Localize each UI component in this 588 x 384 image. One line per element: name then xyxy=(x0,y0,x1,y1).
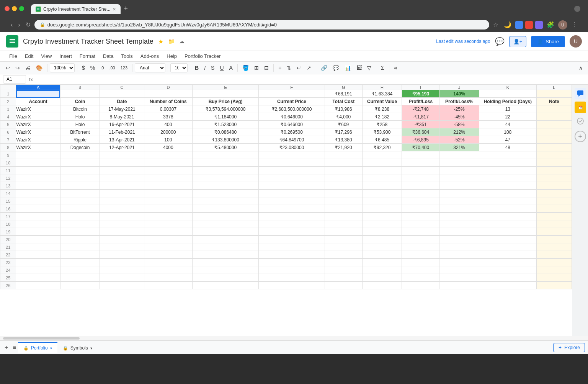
cell-l5[interactable] xyxy=(536,121,572,128)
decimal-decrease-button[interactable]: .0 xyxy=(98,64,106,72)
cell-e3[interactable]: ₹3,578,594.000000 xyxy=(193,105,259,113)
cell-l6[interactable] xyxy=(536,128,572,136)
sidebar-chat-icon[interactable] xyxy=(575,88,586,99)
insert-comment-button[interactable]: 💬 xyxy=(330,63,341,72)
maximize-button[interactable] xyxy=(19,6,24,11)
valign-button[interactable]: ⇅ xyxy=(284,63,294,72)
sheet-tab-symbols[interactable]: 🔒 Symbols ▾ xyxy=(57,342,98,353)
cell-g6[interactable]: ₹17,296 xyxy=(325,128,362,136)
cell-d3[interactable]: 0.00307 xyxy=(144,105,193,113)
align-button[interactable]: ≡ xyxy=(276,63,284,72)
cell-i2[interactable]: Profit/Loss xyxy=(402,98,439,105)
input-tools-button[interactable]: अ xyxy=(392,64,399,72)
percent-button[interactable]: % xyxy=(88,63,97,72)
cell-g2[interactable]: Total Cost xyxy=(325,98,362,105)
cell-f7[interactable]: ₹64.849700 xyxy=(259,136,325,144)
extensions-button[interactable]: 🧩 xyxy=(545,20,556,30)
menu-help[interactable]: Help xyxy=(163,52,180,61)
cell-e8[interactable]: ₹5.480000 xyxy=(193,144,259,151)
cell-i8[interactable]: ₹70,400 xyxy=(402,144,439,151)
rotate-button[interactable]: ↗ xyxy=(304,63,314,72)
cell-e1[interactable] xyxy=(193,90,259,98)
comments-button[interactable]: 💬 xyxy=(495,37,505,46)
cell-g5[interactable]: ₹609 xyxy=(325,121,362,128)
format-number-button[interactable]: 123 xyxy=(118,64,130,72)
cell-a8[interactable]: WazirX xyxy=(16,144,60,151)
cell-g8[interactable]: ₹21,920 xyxy=(325,144,362,151)
borders-button[interactable]: ⊞ xyxy=(252,63,261,72)
font-size-select[interactable]: 10 xyxy=(170,63,188,72)
cell-a4[interactable]: WazirX xyxy=(16,113,60,121)
back-button[interactable]: ‹ xyxy=(9,20,14,30)
cell-k1[interactable] xyxy=(479,90,536,98)
cell-d8[interactable]: 4000 xyxy=(144,144,193,151)
cell-j7[interactable]: -52% xyxy=(439,136,479,144)
undo-button[interactable]: ↩ xyxy=(3,63,12,72)
cell-f3[interactable]: ₹2,683,500.000000 xyxy=(259,105,325,113)
user-profile-avatar[interactable]: U xyxy=(570,35,582,48)
cell-e4[interactable]: ₹1.184000 xyxy=(193,113,259,121)
col-header-j[interactable]: J xyxy=(439,85,479,90)
underline-button[interactable]: U xyxy=(217,63,226,72)
cell-c3[interactable]: 17-May-2021 xyxy=(100,105,144,113)
active-tab[interactable]: Crpyto Investment Tracker She... ✕ xyxy=(31,4,121,14)
cell-j6[interactable]: 212% xyxy=(439,128,479,136)
cell-k6[interactable]: 108 xyxy=(479,128,536,136)
refresh-button[interactable]: ↻ xyxy=(24,20,32,30)
cell-c7[interactable]: 13-Apr-2021 xyxy=(100,136,144,144)
cell-b5[interactable]: Holo xyxy=(60,121,100,128)
cell-a7[interactable]: WazirX xyxy=(16,136,60,144)
cell-h4[interactable]: ₹2,182 xyxy=(362,113,402,121)
merge-button[interactable]: ⊟ xyxy=(262,63,271,72)
text-color-button[interactable]: A xyxy=(227,63,235,72)
col-header-l[interactable]: L xyxy=(536,85,572,90)
cell-i1[interactable]: ₹95,193 xyxy=(402,90,439,98)
menu-edit[interactable]: Edit xyxy=(22,52,36,61)
cell-a3[interactable]: WazirX xyxy=(16,105,60,113)
cell-g3[interactable]: ₹10,986 xyxy=(325,105,362,113)
cell-d1[interactable] xyxy=(144,90,193,98)
cell-b6[interactable]: BitTorrent xyxy=(60,128,100,136)
decimal-increase-button[interactable]: .00 xyxy=(107,64,117,72)
wrap-button[interactable]: ↵ xyxy=(294,63,304,72)
col-header-a[interactable]: A xyxy=(16,85,60,90)
cell-f5[interactable]: ₹0.646000 xyxy=(259,121,325,128)
cell-k3[interactable]: 13 xyxy=(479,105,536,113)
cell-c5[interactable]: 16-Apr-2021 xyxy=(100,121,144,128)
col-header-d[interactable]: D xyxy=(144,85,193,90)
cell-a9[interactable] xyxy=(16,151,60,159)
cell-d6[interactable]: 200000 xyxy=(144,128,193,136)
formula-input[interactable] xyxy=(36,76,585,83)
night-mode-button[interactable]: 🌙 xyxy=(502,20,513,30)
minimize-button[interactable] xyxy=(12,6,17,11)
cell-b7[interactable]: Ripple xyxy=(60,136,100,144)
cell-c2[interactable]: Date xyxy=(100,98,144,105)
col-header-h[interactable]: H xyxy=(362,85,402,90)
cell-h1[interactable]: ₹1,63,384 xyxy=(362,90,402,98)
sidebar-calendar-icon[interactable]: 📅 xyxy=(575,102,586,113)
cell-h2[interactable]: Current Value xyxy=(362,98,402,105)
fill-color-button[interactable]: 🪣 xyxy=(240,63,251,72)
cell-h7[interactable]: ₹6,485 xyxy=(362,136,402,144)
cell-l8[interactable] xyxy=(536,144,572,151)
col-header-g[interactable]: G xyxy=(325,85,362,90)
cell-c1[interactable] xyxy=(100,90,144,98)
cell-e5[interactable]: ₹1.523000 xyxy=(193,121,259,128)
paint-format-button[interactable]: 🎨 xyxy=(34,63,45,72)
cell-k2[interactable]: Holding Period (Days) xyxy=(479,98,536,105)
cell-b1[interactable] xyxy=(60,90,100,98)
col-header-i[interactable]: I xyxy=(402,85,439,90)
font-select[interactable]: Arial xyxy=(135,63,165,72)
cell-j4[interactable]: -45% xyxy=(439,113,479,121)
browser-menu-button[interactable]: ⋮ xyxy=(570,20,579,30)
add-collaborator-button[interactable]: 👤+ xyxy=(509,36,527,47)
cell-l4[interactable] xyxy=(536,113,572,121)
cell-j8[interactable]: 321% xyxy=(439,144,479,151)
cell-f1[interactable] xyxy=(259,90,325,98)
cell-h8[interactable]: ₹92,320 xyxy=(362,144,402,151)
col-header-e[interactable]: E xyxy=(193,85,259,90)
cell-g1[interactable]: ₹68,191 xyxy=(325,90,362,98)
insert-image-button[interactable]: 🖼 xyxy=(354,63,364,72)
menu-file[interactable]: File xyxy=(6,52,20,61)
col-header-c[interactable]: C xyxy=(100,85,144,90)
